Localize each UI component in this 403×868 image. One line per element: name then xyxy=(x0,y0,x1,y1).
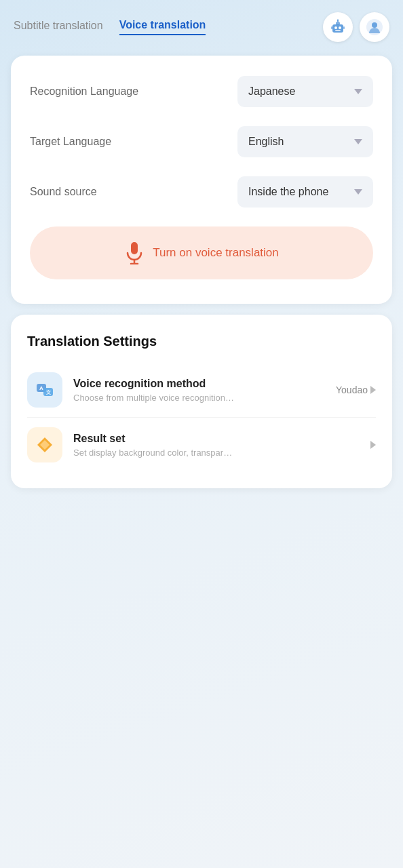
user-icon xyxy=(366,18,383,36)
target-language-select[interactable]: English xyxy=(237,126,373,157)
svg-rect-1 xyxy=(336,22,340,25)
recognition-language-label: Recognition Language xyxy=(30,85,138,98)
target-language-value: English xyxy=(248,136,284,148)
chevron-down-icon xyxy=(354,89,362,94)
tab-voice[interactable]: Voice translation xyxy=(119,19,206,35)
voice-recognition-value: Youdao xyxy=(336,384,368,395)
svg-rect-4 xyxy=(335,30,341,31)
divider xyxy=(27,417,376,418)
header-tabs: Subtitle translation Voice translation xyxy=(14,19,323,35)
voice-recognition-text: Voice recognition method Choose from mul… xyxy=(73,378,325,403)
translate-icon: A 文 xyxy=(35,380,55,400)
main-card: Recognition Language Japanese Target Lan… xyxy=(11,56,392,304)
chevron-right-icon xyxy=(370,386,376,394)
sound-source-row: Sound source Inside the phone xyxy=(30,176,373,208)
robot-icon xyxy=(329,18,347,36)
turn-on-voice-translation-button[interactable]: Turn on voice translation xyxy=(30,226,373,279)
user-icon-button[interactable] xyxy=(360,12,389,42)
recognition-language-select[interactable]: Japanese xyxy=(237,76,373,107)
recognition-language-value: Japanese xyxy=(248,85,295,98)
voice-recognition-icon-wrap: A 文 xyxy=(27,372,62,408)
mic-icon xyxy=(124,241,145,264)
chevron-right-icon xyxy=(370,441,376,449)
tab-subtitle[interactable]: Subtitle translation xyxy=(14,20,103,35)
voice-recognition-desc: Choose from multiple voice recognition m… xyxy=(73,393,236,403)
diamond-icon xyxy=(35,435,55,455)
result-set-text: Result set Set display background color,… xyxy=(73,433,360,458)
target-language-label: Target Language xyxy=(30,136,111,148)
svg-rect-8 xyxy=(343,26,345,29)
header: Subtitle translation Voice translation xyxy=(0,0,403,49)
svg-text:文: 文 xyxy=(46,389,51,395)
recognition-language-row: Recognition Language Japanese xyxy=(30,76,373,107)
svg-rect-7 xyxy=(331,26,332,29)
voice-recognition-method-item[interactable]: A 文 Voice recognition method Choose from… xyxy=(27,366,376,414)
result-set-icon-wrap xyxy=(27,427,62,462)
turn-on-button-label: Turn on voice translation xyxy=(153,246,279,260)
svg-point-3 xyxy=(339,26,341,29)
result-set-title: Result set xyxy=(73,433,360,445)
translation-settings-title: Translation Settings xyxy=(27,334,376,349)
voice-recognition-right: Youdao xyxy=(336,384,376,395)
svg-point-2 xyxy=(334,26,337,29)
chevron-down-icon xyxy=(354,189,362,195)
robot-icon-button[interactable] xyxy=(323,12,353,42)
target-language-row: Target Language English xyxy=(30,126,373,157)
svg-point-6 xyxy=(337,20,339,21)
sound-source-value: Inside the phone xyxy=(248,186,328,198)
svg-rect-11 xyxy=(131,242,138,254)
sound-source-select[interactable]: Inside the phone xyxy=(237,176,373,208)
sound-source-label: Sound source xyxy=(30,186,97,198)
voice-recognition-title: Voice recognition method xyxy=(73,378,325,390)
result-set-desc: Set display background color, transparen… xyxy=(73,448,236,458)
chevron-down-icon xyxy=(354,139,362,144)
result-set-item[interactable]: Result set Set display background color,… xyxy=(27,420,376,469)
svg-rect-0 xyxy=(332,24,343,33)
svg-point-10 xyxy=(372,22,377,28)
result-set-right xyxy=(370,441,376,449)
header-icons xyxy=(323,12,389,42)
translation-settings-card: Translation Settings A 文 Voice recogniti… xyxy=(11,315,392,488)
svg-text:A: A xyxy=(39,385,43,391)
